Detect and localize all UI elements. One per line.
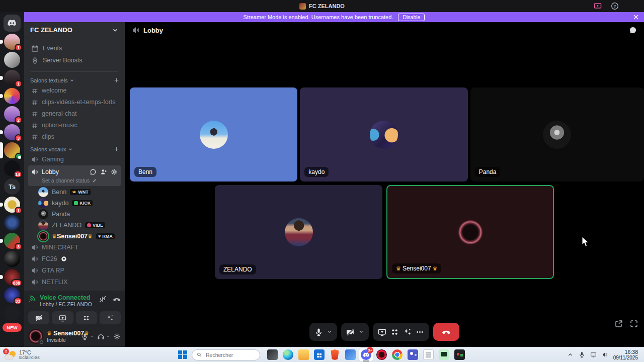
text-channels-section-header[interactable]: Salons textuels bbox=[24, 74, 125, 84]
add-channel-icon[interactable] bbox=[113, 77, 120, 83]
voice-channel-lobby-selected[interactable]: Lobby Set a channel status bbox=[28, 165, 121, 186]
text-channel-general-chat[interactable]: general-chat bbox=[28, 108, 121, 119]
tray-mic-icon[interactable] bbox=[579, 351, 585, 358]
video-tile-sensei007[interactable]: ♛ Sensei007 ♛ bbox=[386, 185, 554, 279]
disable-streamer-mode-button[interactable]: Disable bbox=[398, 14, 425, 21]
banner-close-icon[interactable] bbox=[632, 13, 640, 21]
server-navy[interactable] bbox=[4, 215, 20, 231]
server-sphere[interactable] bbox=[4, 251, 20, 267]
taskbar-search[interactable] bbox=[192, 349, 260, 360]
server-darkphoto[interactable]: 1 bbox=[4, 70, 20, 86]
text-channel-option-music[interactable]: option-music bbox=[28, 120, 121, 131]
mute-button[interactable] bbox=[81, 333, 89, 340]
app-photos[interactable] bbox=[344, 348, 357, 361]
text-channel-clips-vidéos-et-temps-forts[interactable]: clips-vidéos-et-temps-forts bbox=[28, 97, 121, 108]
tray-display-icon[interactable] bbox=[590, 351, 597, 358]
app-store[interactable] bbox=[312, 348, 326, 361]
disconnect-icon[interactable] bbox=[113, 295, 121, 303]
voice-member-panda[interactable]: Panda bbox=[36, 209, 121, 219]
app-file-explorer[interactable] bbox=[297, 348, 310, 361]
audio-options-icon[interactable] bbox=[106, 334, 110, 339]
mic-options-icon[interactable] bbox=[90, 334, 94, 339]
more-options-button[interactable] bbox=[416, 328, 424, 336]
screen-share-button[interactable] bbox=[52, 311, 73, 324]
soundboard-button[interactable] bbox=[76, 311, 97, 324]
app-chrome[interactable] bbox=[390, 348, 404, 361]
soundboard-button[interactable] bbox=[390, 328, 399, 336]
discord-home-button[interactable] bbox=[4, 15, 21, 32]
camera-control[interactable] bbox=[341, 323, 369, 341]
mic-icon[interactable] bbox=[314, 328, 323, 336]
user-settings-icon[interactable] bbox=[113, 333, 121, 340]
app-edge[interactable] bbox=[281, 348, 295, 361]
voice-channel-minecraft[interactable]: MINECRAFT bbox=[28, 242, 121, 253]
app-taskview[interactable] bbox=[266, 348, 279, 361]
app-opera-gx[interactable] bbox=[375, 348, 388, 361]
voice-channel-gaming[interactable]: Gaming bbox=[28, 154, 121, 165]
app-discord[interactable]: 3+ bbox=[359, 348, 373, 361]
text-channel-welcome[interactable]: welcome bbox=[28, 85, 121, 96]
camera-off-icon[interactable] bbox=[346, 328, 355, 336]
app-brave[interactable] bbox=[328, 348, 342, 361]
server-anime-1[interactable]: 2 bbox=[4, 106, 20, 122]
server-grayscale[interactable] bbox=[4, 52, 20, 68]
sidebar-item-events[interactable]: Events bbox=[28, 42, 121, 54]
tray-expand-icon[interactable] bbox=[567, 351, 574, 358]
noise-suppression-icon[interactable] bbox=[99, 295, 107, 303]
server-blue[interactable]: 33 bbox=[4, 287, 20, 303]
server-dark[interactable]: 14 bbox=[4, 160, 20, 176]
sidebar-item-server-boosts[interactable]: Server Boosts bbox=[28, 54, 121, 66]
fullscreen-icon[interactable] bbox=[630, 320, 638, 328]
channel-status-hint[interactable]: Set a channel status bbox=[31, 177, 118, 184]
weather-widget[interactable]: 2 17°C Eclaircies bbox=[0, 350, 75, 360]
voice-channel-gta-rp[interactable]: GTA RP bbox=[28, 265, 121, 276]
hang-up-button[interactable] bbox=[433, 323, 459, 341]
stream-mode-icon[interactable] bbox=[594, 2, 602, 10]
popout-icon[interactable] bbox=[615, 320, 623, 328]
open-chat-icon[interactable] bbox=[90, 168, 97, 175]
voice-member-benn[interactable]: BennWNT bbox=[36, 187, 121, 197]
voice-member-zelando[interactable]: ZELANDOVIBE bbox=[36, 220, 121, 230]
server-anime-2[interactable]: 3 bbox=[4, 124, 20, 140]
user-info[interactable]: ♛ Sensei007♛ Invisible bbox=[47, 330, 77, 343]
tray-volume-icon[interactable] bbox=[602, 351, 608, 358]
app-teams[interactable] bbox=[406, 348, 420, 361]
server-icecream[interactable]: 1 bbox=[4, 34, 20, 50]
screen-share-button[interactable] bbox=[378, 328, 386, 336]
voice-connected-status[interactable]: Voice Connected bbox=[40, 294, 95, 301]
voice-member-kaydo[interactable]: kaydoKICK bbox=[36, 198, 121, 208]
invite-members-icon[interactable] bbox=[100, 168, 107, 175]
voice-channel-fc26[interactable]: FC26 bbox=[28, 253, 121, 264]
app-green-tv[interactable] bbox=[437, 348, 451, 361]
server-red[interactable]: 638 bbox=[4, 269, 20, 285]
mic-options-icon[interactable] bbox=[327, 329, 332, 334]
video-tile-benn[interactable]: Benn bbox=[130, 87, 297, 182]
voice-member-sensei007[interactable]: ♛Sensei007♛♥RMA bbox=[36, 231, 121, 241]
activities-button[interactable] bbox=[403, 328, 412, 336]
server-swirl[interactable] bbox=[4, 88, 20, 104]
add-channel-icon[interactable] bbox=[113, 146, 120, 152]
server-pitch[interactable]: 3 bbox=[4, 233, 20, 249]
mic-control[interactable] bbox=[309, 323, 337, 341]
server-header[interactable]: FC ZELANDO bbox=[24, 22, 125, 38]
activities-button[interactable] bbox=[100, 311, 121, 324]
new-server-badge[interactable]: NEW bbox=[3, 323, 22, 332]
server-ts[interactable]: Ts bbox=[4, 178, 20, 195]
camera-button[interactable] bbox=[28, 311, 49, 324]
video-tile-panda[interactable]: Panda bbox=[470, 87, 644, 182]
deafen-button[interactable] bbox=[97, 333, 105, 340]
voice-channels-section-header[interactable]: Salons vocaux bbox=[24, 143, 125, 153]
taskbar-clock[interactable]: 16:38 09/11/2025 bbox=[613, 349, 638, 360]
video-tile-zelando[interactable]: ZELANDO bbox=[215, 185, 382, 279]
app-gamebox[interactable] bbox=[453, 348, 466, 361]
camera-options-icon[interactable] bbox=[359, 329, 364, 334]
start-button[interactable] bbox=[176, 348, 189, 361]
user-avatar[interactable] bbox=[28, 329, 43, 344]
text-channel-clips[interactable]: clips bbox=[28, 131, 121, 142]
server-crest[interactable]: 1 bbox=[4, 197, 20, 213]
app-notepad[interactable] bbox=[422, 348, 435, 361]
search-input[interactable] bbox=[205, 351, 255, 358]
voice-channel-netflix[interactable]: NETFLIX bbox=[28, 277, 121, 288]
help-icon[interactable]: ? bbox=[611, 2, 619, 10]
video-tile-kaydo[interactable]: kaydo bbox=[300, 87, 467, 182]
